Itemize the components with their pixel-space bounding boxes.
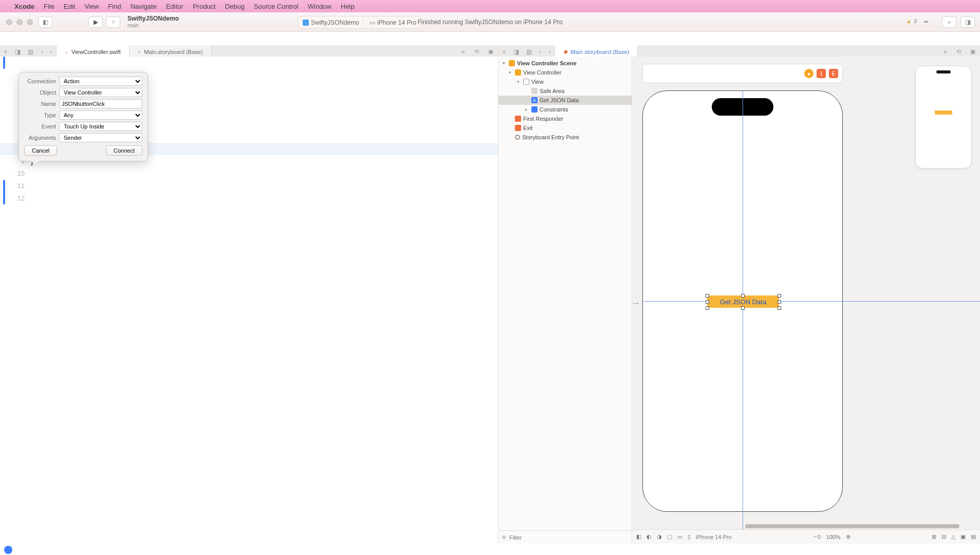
menu-editor[interactable]: Editor xyxy=(166,3,183,10)
outline-filter-bar: ⊕ xyxy=(498,530,632,544)
outline-view[interactable]: ▾View xyxy=(498,77,632,86)
zoom-out-icon[interactable]: −⊙ xyxy=(813,533,821,540)
project-name: SwiftyJSONdemo xyxy=(127,15,179,22)
orientation-icon[interactable]: ◑ xyxy=(657,533,662,540)
layout-icon[interactable]: ▢ xyxy=(667,533,672,540)
toggle-outline-icon[interactable]: ◧ xyxy=(636,533,641,540)
arguments-select[interactable]: Sender xyxy=(59,133,142,142)
resolve-icon[interactable]: △ xyxy=(951,533,955,540)
outline-scene[interactable]: ▾View Controller Scene xyxy=(498,59,632,68)
object-select[interactable]: View Controller xyxy=(59,88,142,97)
dock-indicator-icon xyxy=(4,546,12,554)
window-traffic-lights[interactable] xyxy=(6,19,33,25)
app-name[interactable]: Xcode xyxy=(14,3,34,10)
connection-label: Connection xyxy=(24,78,56,84)
event-select[interactable]: Touch Up Inside xyxy=(59,122,142,131)
nav-forward-icon[interactable]: › xyxy=(50,48,52,55)
appearance-icon[interactable]: ◐ xyxy=(646,533,652,540)
scheme-switch-button[interactable]: ⑂ xyxy=(106,16,120,28)
toggle-inspectors-button[interactable]: ◨ xyxy=(960,16,975,28)
name-input[interactable] xyxy=(59,99,142,108)
nav-back-icon[interactable]: ‹ xyxy=(41,48,43,55)
menu-find[interactable]: Find xyxy=(108,3,121,10)
related-items-icon[interactable]: ◨ xyxy=(513,48,519,55)
run-button[interactable]: ▶ xyxy=(88,16,103,28)
first-responder-badge-icon[interactable]: 1 xyxy=(817,69,826,78)
menu-source-control[interactable]: Source Control xyxy=(254,3,299,10)
minimap-notch-icon xyxy=(936,70,951,73)
menu-navigate[interactable]: Navigate xyxy=(131,3,157,10)
minimize-window-icon[interactable] xyxy=(16,19,23,25)
vc-badge-icon[interactable]: ● xyxy=(804,69,813,78)
tab-label: Main.storyboard (Base) xyxy=(570,49,629,55)
scene-title-bar[interactable]: ● 1 E xyxy=(642,64,843,83)
storyboard-canvas[interactable]: ● 1 E → Get JSON Data xyxy=(632,57,980,544)
close-tab-icon[interactable]: × xyxy=(138,49,141,55)
outline-exit[interactable]: Exit xyxy=(498,123,632,133)
cancel-button[interactable]: Cancel xyxy=(24,145,57,156)
horizontal-scrollbar[interactable] xyxy=(745,524,959,528)
issues-indicator[interactable]: ▲ 3 ☁ xyxy=(906,17,929,24)
close-tab-icon[interactable]: × xyxy=(502,48,506,55)
canvas-minimap[interactable] xyxy=(915,66,972,169)
outline-constraints[interactable]: ▸Constraints xyxy=(498,105,632,114)
split-editor-icon[interactable]: ▥ xyxy=(28,48,33,55)
editor-options-icon[interactable]: ⟲ xyxy=(474,48,479,55)
menu-debug[interactable]: Debug xyxy=(225,3,245,10)
library-button[interactable]: ＋ xyxy=(942,16,956,28)
entry-point-arrow-icon[interactable]: → xyxy=(632,298,640,309)
app-icon xyxy=(303,20,309,26)
menu-view[interactable]: View xyxy=(84,3,99,10)
outline-entry-point[interactable]: Storyboard Entry Point xyxy=(498,133,632,142)
align-icon[interactable]: ⊞ xyxy=(932,533,936,540)
menu-help[interactable]: Help xyxy=(341,3,355,10)
outline-safe-area[interactable]: Safe Area xyxy=(498,86,632,96)
pin-icon[interactable]: ⊟ xyxy=(941,533,946,540)
menu-window[interactable]: Window xyxy=(308,3,331,10)
event-label: Event xyxy=(24,123,56,130)
toggle-navigator-button[interactable]: ◧ xyxy=(38,16,52,28)
nav-back-icon[interactable]: ‹ xyxy=(539,48,541,55)
embed-icon[interactable]: ▣ xyxy=(960,533,966,540)
related-items-icon[interactable]: ◨ xyxy=(15,48,21,55)
name-label: Name xyxy=(24,101,56,107)
device-label[interactable]: iPhone 14 Pro xyxy=(696,534,732,540)
activity-status: Finished running SwiftyJSONdemo on iPhon… xyxy=(336,18,644,26)
connect-button[interactable]: Connect xyxy=(106,145,142,156)
workspace: × ◨ ▥ ‹ › ⬩ ViewController.swift × Main.… xyxy=(0,45,980,544)
zoom-label[interactable]: 100% xyxy=(826,534,841,540)
exit-badge-icon[interactable]: E xyxy=(829,69,838,78)
outline-viewcontroller[interactable]: ▾View Controller xyxy=(498,68,632,77)
outline-button-selected[interactable]: BGet JSON Data xyxy=(498,96,632,105)
recent-files-icon[interactable]: ≡ xyxy=(944,49,947,55)
first-responder-icon xyxy=(515,116,521,122)
close-window-icon[interactable] xyxy=(6,19,12,25)
left-editor-pane: × ◨ ▥ ‹ › ⬩ ViewController.swift × Main.… xyxy=(0,45,498,544)
outline-first-responder[interactable]: First Responder xyxy=(498,114,632,123)
nav-forward-icon[interactable]: › xyxy=(549,48,551,55)
connection-select[interactable]: Action xyxy=(59,77,142,86)
recent-files-icon[interactable]: ≡ xyxy=(461,49,465,55)
outline-filter-input[interactable] xyxy=(509,534,628,541)
device-icon[interactable]: ▯ xyxy=(688,533,691,540)
type-select[interactable]: Any xyxy=(59,110,142,120)
menu-product[interactable]: Product xyxy=(193,3,216,10)
editor-options-icon[interactable]: ⟲ xyxy=(956,48,961,55)
vary-traits-icon[interactable]: ▭ xyxy=(677,533,682,540)
menubar[interactable]: Xcode File Edit View Find Navigate Edito… xyxy=(0,0,980,12)
split-editor-icon[interactable]: ▥ xyxy=(526,48,532,55)
alignment-guide-vertical xyxy=(743,90,743,544)
constraints-icon xyxy=(531,106,538,113)
stack-icon[interactable]: ▤ xyxy=(971,533,976,540)
add-editor-icon[interactable]: ▣ xyxy=(488,48,493,55)
project-indicator[interactable]: SwiftyJSONdemo main xyxy=(127,15,179,28)
add-editor-icon[interactable]: ▣ xyxy=(970,48,975,55)
close-tab-icon[interactable]: × xyxy=(4,48,7,55)
swift-file-icon: ⬩ xyxy=(65,49,68,55)
menu-edit[interactable]: Edit xyxy=(64,3,75,10)
zoom-in-icon[interactable]: ⊕ xyxy=(846,533,850,540)
menu-file[interactable]: File xyxy=(44,3,54,10)
zoom-window-icon[interactable] xyxy=(27,19,33,25)
document-outline[interactable]: ▾View Controller Scene ▾View Controller … xyxy=(498,57,632,544)
code-editor[interactable]: 8 9 10 11 12 : UIViewController { ewDidL… xyxy=(0,57,498,544)
